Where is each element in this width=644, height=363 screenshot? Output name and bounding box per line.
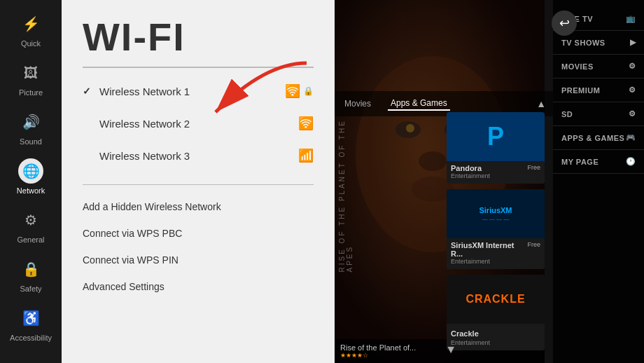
channel-movies[interactable]: MOVIES ⚙ <box>553 55 644 78</box>
network-name-3: Wireless Network 3 <box>99 150 190 162</box>
crackle-category: Entertainment <box>451 339 540 346</box>
sidebar-label-quick: Quick <box>21 39 41 48</box>
siriusxm-info: SiriusXM Internet R... Free Entertainmen… <box>447 238 545 269</box>
tab-scroll-up[interactable]: ▲ <box>536 98 546 109</box>
channel-apps-games[interactable]: APPS & GAMES 🎮 <box>553 126 644 150</box>
advanced-settings[interactable]: Advanced Settings <box>62 273 335 300</box>
network-left-3: Wireless Network 3 <box>83 150 190 162</box>
network-item-2[interactable]: Wireless Network 2 🛜 <box>62 107 335 139</box>
wifi-signal-icon-1: 🛜 <box>285 83 300 99</box>
sidebar-item-accessibility[interactable]: ♿ Accessibility <box>3 300 59 348</box>
sidebar-item-picture[interactable]: 🖼 Picture <box>3 55 59 102</box>
general-icon: ⚙ <box>18 207 43 233</box>
live-tv-icon: 📺 <box>626 14 636 23</box>
siriusxm-name: SiriusXM Internet R... <box>451 241 527 258</box>
wifi-signal-icon-2: 🛜 <box>298 116 314 131</box>
network-name-1: Wireless Network 1 <box>99 85 190 97</box>
apps-grid: P Pandora Free Entertainment SiriusXM — … <box>447 112 545 350</box>
premium-icon: ⚙ <box>629 85 636 95</box>
check-icon-1: ✓ <box>83 85 94 97</box>
premium-label: PREMIUM <box>561 86 600 95</box>
tab-apps-games[interactable]: Apps & Games <box>388 97 450 111</box>
app-card-siriusxm[interactable]: SiriusXM — — — — SiriusXM Internet R... … <box>447 189 545 269</box>
network-left-1: ✓ Wireless Network 1 <box>83 85 190 97</box>
app-card-crackle[interactable]: CRACKLE Crackle Entertainment <box>447 275 545 350</box>
channel-my-page[interactable]: MY PAGE 🕐 <box>553 150 644 174</box>
connect-wps-pbc[interactable]: Connect via WPS PBC <box>62 220 335 247</box>
tab-movies[interactable]: Movies <box>342 97 374 110</box>
pandora-name: Pandora <box>451 164 482 172</box>
sidebar-item-general[interactable]: ⚙ General <box>3 202 59 249</box>
network-right-2: 🛜 <box>298 116 314 131</box>
pandora-info: Pandora Free Entertainment <box>447 161 545 184</box>
accessibility-icon: ♿ <box>18 306 43 331</box>
extra-options: Add a Hidden Wireless Network Connect vi… <box>62 191 335 303</box>
crackle-info: Crackle Entertainment <box>447 324 545 350</box>
wifi-divider2 <box>83 184 314 185</box>
wifi-signal-icon-3: 📶 <box>298 148 314 163</box>
network-icon: 🌐 <box>18 158 43 184</box>
sidebar-item-quick[interactable]: ⚡ Quick <box>3 6 59 53</box>
pandora-category: Entertainment <box>451 172 540 179</box>
channel-menu: LIVE TV 📺 TV SHOWS ▶ MOVIES ⚙ PREMIUM ⚙ … <box>553 0 644 363</box>
pandora-price: Free <box>527 164 540 172</box>
sd-label: SD <box>561 110 573 118</box>
network-right-1: 🛜 🔒 <box>285 83 314 99</box>
sd-icon: ⚙ <box>629 109 636 118</box>
crackle-name: Crackle <box>451 329 479 338</box>
scroll-down-arrow[interactable]: ▼ <box>445 343 456 356</box>
add-hidden-network[interactable]: Add a Hidden Wireless Network <box>62 193 335 220</box>
apps-games-label: APPS & GAMES <box>561 134 624 142</box>
sidebar-item-safety[interactable]: 🔒 Safety <box>3 251 59 299</box>
apps-section: Movies Apps & Games ▲ P Pandora Free Ent… <box>335 0 553 363</box>
channel-premium[interactable]: PREMIUM ⚙ <box>553 78 644 102</box>
siriusxm-price: Free <box>527 241 540 258</box>
sirius-icon: SiriusXM — — — — <box>447 189 545 238</box>
wifi-title: WI-FI <box>62 0 335 67</box>
picture-icon: 🖼 <box>18 60 43 85</box>
connect-wps-pin[interactable]: Connect via WPS PIN <box>62 247 335 273</box>
network-item-3[interactable]: Wireless Network 3 📶 <box>62 139 335 172</box>
network-name-2: Wireless Network 2 <box>99 118 190 130</box>
lock-icon-1: 🔒 <box>303 86 314 96</box>
back-button[interactable]: ↩ <box>552 11 577 36</box>
right-panel: ↩ RISE OF THE <box>335 0 644 363</box>
sidebar-item-network[interactable]: 🌐 Network <box>3 153 59 200</box>
apps-games-icon: 🎮 <box>626 133 636 142</box>
wifi-panel: WI-FI ✓ Wireless Network 1 🛜 🔒 Wi <box>62 0 335 363</box>
tv-shows-icon: ▶ <box>630 38 636 47</box>
sidebar-label-accessibility: Accessibility <box>10 334 52 342</box>
my-page-label: MY PAGE <box>561 158 598 166</box>
safety-icon: 🔒 <box>18 256 43 282</box>
sidebar-label-general: General <box>17 235 44 244</box>
app-card-pandora[interactable]: P Pandora Free Entertainment <box>447 112 545 184</box>
network-list: ✓ Wireless Network 1 🛜 🔒 Wireless Networ… <box>62 68 335 179</box>
quick-icon: ⚡ <box>18 11 43 36</box>
network-item-1[interactable]: ✓ Wireless Network 1 🛜 🔒 <box>62 75 335 107</box>
movies-label: MOVIES <box>561 62 594 71</box>
tv-shows-label: TV SHOWS <box>561 39 606 47</box>
crackle-icon: CRACKLE <box>447 275 545 324</box>
sidebar-label-sound: Sound <box>20 137 42 146</box>
sidebar-label-picture: Picture <box>19 88 43 97</box>
siriusxm-category: Entertainment <box>451 258 540 265</box>
channel-sd[interactable]: SD ⚙ <box>553 102 644 126</box>
sidebar-label-safety: Safety <box>20 285 41 293</box>
network-right-3: 📶 <box>298 148 314 163</box>
network-left-2: Wireless Network 2 <box>83 118 190 130</box>
movies-icon: ⚙ <box>629 62 636 71</box>
my-page-icon: 🕐 <box>626 157 636 166</box>
sound-icon: 🔊 <box>18 109 43 135</box>
sidebar: ⚡ Quick 🖼 Picture 🔊 Sound 🌐 Network ⚙ Ge… <box>0 0 62 363</box>
pandora-icon: P <box>447 112 545 161</box>
sidebar-item-sound[interactable]: 🔊 Sound <box>3 104 59 151</box>
sidebar-label-network: Network <box>17 186 45 195</box>
